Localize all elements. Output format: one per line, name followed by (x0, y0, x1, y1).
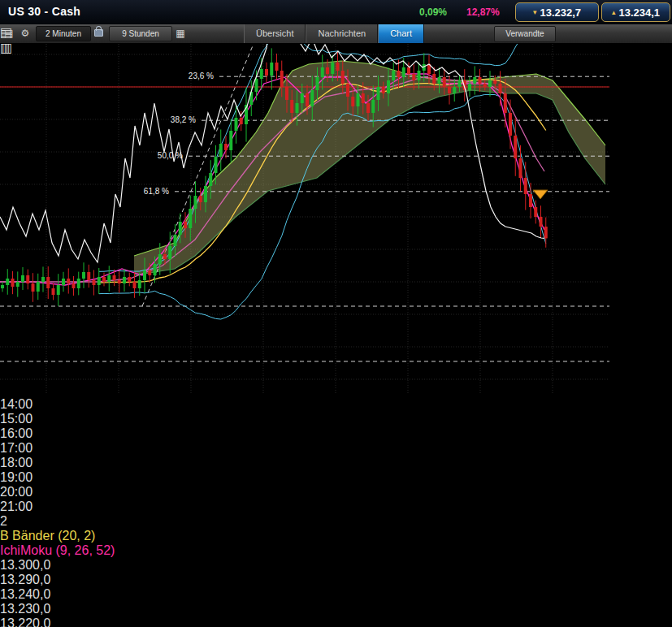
sell-arrow-icon: ▾ (533, 8, 537, 16)
price-label: 13.220,0 (0, 616, 672, 627)
time-label: 18:00 (0, 456, 672, 470)
interval-dropdown[interactable]: 2 Minuten (36, 26, 91, 41)
header-bar: US 30 - Cash 0,09% 12,87% ▾ 13.232,7 ▴ 1… (0, 0, 672, 25)
calendar-icon[interactable]: ▦ (173, 27, 188, 41)
relative-percent: 12,87% (466, 6, 500, 18)
legend-item-b-bander-20-2[interactable]: B Bänder (20, 2) (0, 529, 672, 543)
lock-icon[interactable] (94, 29, 103, 37)
buy-price: 13.234,1 (618, 6, 660, 19)
price-axis[interactable]: 13.300,013.290,013.240,013.230,013.220,0… (0, 558, 672, 627)
time-label: 20:00 (0, 485, 672, 499)
svg-text:23,6 %: 23,6 % (189, 71, 214, 80)
time-label: 15:00 (0, 412, 672, 426)
alert-marker-icon[interactable] (533, 190, 548, 199)
sell-price: 13.232,7 (540, 6, 581, 19)
change-percent: 0,09% (419, 6, 447, 18)
price-chart-canvas[interactable]: 23,6 %38,2 %50,0 %61,8 % (0, 0, 609, 394)
fib-retracement: 23,6 %38,2 %50,0 %61,8 % (0, 6, 609, 361)
view-tabs: ÜbersichtNachrichtenChart (244, 24, 424, 43)
price-label: 13.230,0 (0, 602, 672, 616)
buy-arrow-icon: ▴ (612, 8, 616, 16)
time-axis: 14:0015:0016:0017:0018:0019:0020:0021:00… (0, 397, 672, 529)
tab-ubersicht[interactable]: Übersicht (244, 24, 306, 43)
related-button[interactable]: Verwandte (494, 26, 556, 42)
time-label: 17:00 (0, 441, 672, 456)
legend-item-ichimoku-9-26-52[interactable]: IchiMoku (9, 26, 52) (0, 543, 672, 558)
time-label: 16:00 (0, 426, 672, 441)
svg-text:50,0 %: 50,0 % (158, 151, 183, 160)
tab-chart[interactable]: Chart (378, 24, 424, 43)
buy-price-button[interactable]: ▴ 13.234,1 (601, 2, 670, 22)
price-label: 13.240,0 (0, 587, 672, 602)
time-label: 21:00 (0, 499, 672, 514)
indicator-legend: B Bänder (20, 2)IchiMoku (9, 26, 52) (0, 529, 672, 558)
duration-button[interactable]: 9 Stunden (109, 26, 172, 41)
time-label: 2 (0, 514, 672, 529)
price-label: 13.290,0 (0, 573, 672, 587)
time-label: 14:00 (0, 397, 672, 412)
svg-text:38,2 %: 38,2 % (171, 115, 196, 124)
chart-toolbar: ▤ ⚙ 2 Minuten 9 Stunden ▦ ÜbersichtNachr… (0, 24, 672, 44)
sell-price-button[interactable]: ▾ 13.232,7 (515, 2, 599, 22)
tab-nachrichten[interactable]: Nachrichten (306, 24, 378, 43)
symbol-title: US 30 - Cash (8, 5, 80, 18)
svg-text:61,8 %: 61,8 % (144, 187, 169, 196)
list-icon[interactable]: ▤ (2, 27, 16, 41)
price-chart-area[interactable]: 23,6 %38,2 %50,0 %61,8 % 14:0015:0016:00… (0, 0, 672, 627)
grid-layer (0, 0, 609, 394)
gear-icon[interactable]: ⚙ (18, 27, 33, 41)
price-label: 13.300,0 (0, 558, 672, 573)
trading-platform-window: US 30 - Cash 0,09% 12,87% ▾ 13.232,7 ▴ 1… (0, 0, 672, 627)
ichimoku-cloud (134, 61, 605, 275)
time-label: 19:00 (0, 470, 672, 485)
